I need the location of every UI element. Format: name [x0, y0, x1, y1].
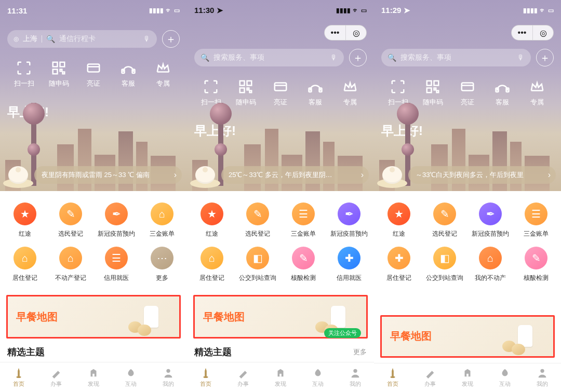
service-item[interactable]: ☰信用就医 — [94, 242, 139, 287]
search-box[interactable]: ◎ 上海 🔍 通信行程卡 🎙 — [7, 30, 157, 48]
tab-home[interactable]: 首页 — [0, 362, 37, 392]
service-item[interactable]: ◧公交到站查询 — [235, 242, 280, 287]
service-item[interactable]: ✒新冠疫苗预约 — [94, 198, 139, 242]
service-item[interactable]: ✒新冠疫苗预约 — [468, 198, 513, 242]
quick-action-qrcode[interactable]: 随申码 — [44, 61, 73, 88]
search-box[interactable]: 🔍 搜索服务、事项 🎙 — [194, 49, 344, 66]
quick-action-scan[interactable]: 扫一扫 — [196, 80, 225, 107]
breakfast-map-banner[interactable]: 早餐地图 — [6, 295, 181, 339]
quick-action-qrcode[interactable]: 随申码 — [231, 80, 260, 107]
capsule-menu-button[interactable]: ••• — [512, 25, 532, 40]
service-icon: ⌂ — [151, 202, 173, 225]
capsule-close-button[interactable]: ◎ — [532, 25, 553, 40]
service-label: 我的不动产 — [475, 274, 506, 282]
tab-interact[interactable]: 互动 — [112, 362, 150, 392]
quick-action-scan[interactable]: 扫一扫 — [9, 61, 38, 88]
quick-action-label: 随申码 — [236, 98, 256, 107]
search-row: ◎ 上海 🔍 通信行程卡 🎙 ＋ — [7, 30, 180, 48]
service-item[interactable]: ✎选民登记 — [422, 198, 468, 242]
service-icon: ✒ — [105, 202, 128, 225]
service-item[interactable]: ★红途 — [2, 198, 48, 242]
service-item[interactable]: ⌂居住登记 — [2, 242, 48, 287]
quick-action-crown[interactable]: 专属 — [149, 61, 178, 88]
service-item[interactable]: ⌂居住登记 — [189, 242, 235, 287]
svg-rect-21 — [434, 81, 439, 86]
tab-affairs[interactable]: 办事 — [411, 363, 449, 392]
service-label: 红途 — [393, 229, 405, 238]
svg-rect-20 — [427, 81, 432, 86]
quick-action-service[interactable]: 客服 — [488, 80, 517, 107]
tab-mine[interactable]: 我的 — [150, 362, 187, 392]
service-label: 信用就医 — [337, 274, 362, 282]
voice-icon[interactable]: 🎙 — [330, 53, 338, 62]
battery-icon: ▭ — [361, 7, 367, 14]
tab-discover[interactable]: 发现 — [75, 362, 112, 392]
capsule-close-button[interactable]: ◎ — [345, 25, 366, 40]
service-item[interactable]: ✎核酸检测 — [513, 242, 559, 287]
add-button[interactable]: ＋ — [536, 49, 554, 66]
service-label: 不动产登记 — [55, 274, 86, 282]
weather-bar[interactable]: ～33℃白天到夜间多云，午后到夜里 › — [374, 160, 561, 188]
quick-action-service[interactable]: 客服 — [114, 61, 143, 88]
tab-bar: 首页办事发现互动我的 — [374, 363, 561, 392]
service-item[interactable]: ⌂我的不动产 — [468, 242, 513, 287]
services-grid: ★红途✎选民登记✒新冠疫苗预约☰三金账单 ✚居住登记◧公交到站查询⌂我的不动产✎… — [374, 191, 561, 292]
weather-bar[interactable]: 25℃～33℃ 多云，午后到夜里阴… › — [187, 160, 374, 188]
service-icon: ✎ — [292, 247, 315, 269]
tab-discover[interactable]: 发现 — [449, 363, 486, 392]
quick-action-scan[interactable]: 扫一扫 — [383, 80, 412, 107]
hero-area: 11:31 ▮▮▮▮ ᯤ ▭ ◎ 上海 🔍 通信行程卡 🎙 ＋ 扫一扫随申码亮证… — [0, 0, 187, 191]
capsule-menu-button[interactable]: ••• — [325, 25, 345, 40]
voice-icon[interactable]: 🎙 — [517, 53, 525, 62]
quick-action-qrcode[interactable]: 随申码 — [418, 80, 447, 107]
tab-affairs[interactable]: 办事 — [37, 362, 75, 392]
service-item[interactable]: ☰三金账单 — [280, 198, 326, 242]
service-item[interactable]: ✎选民登记 — [235, 198, 280, 242]
service-item[interactable]: ✚信用就医 — [326, 242, 372, 287]
quick-action-service[interactable]: 客服 — [301, 80, 330, 107]
quick-action-card[interactable]: 亮证 — [453, 80, 482, 107]
tab-affairs[interactable]: 办事 — [224, 362, 262, 392]
weather-pill[interactable]: ～33℃白天到夜间多云，午后到夜里 › — [408, 166, 556, 184]
tab-mine[interactable]: 我的 — [524, 363, 561, 392]
weather-pill[interactable]: 夜里阴有阵雨或雷雨 25～33 ℃ 偏南 › — [34, 166, 182, 184]
quick-action-card[interactable]: 亮证 — [266, 80, 295, 107]
quick-action-crown[interactable]: 专属 — [336, 80, 365, 107]
service-item[interactable]: ✎核酸检测 — [280, 242, 326, 287]
service-item[interactable]: ★红途 — [189, 198, 235, 242]
service-item[interactable]: ★红途 — [376, 198, 422, 242]
service-item[interactable]: ✚居住登记 — [376, 242, 422, 287]
service-item[interactable]: ☰三金账单 — [513, 198, 559, 242]
weather-bar[interactable]: 夜里阴有阵雨或雷雨 25～33 ℃ 偏南 › — [0, 160, 187, 188]
tab-label: 互动 — [125, 380, 137, 388]
service-label: 核酸检测 — [291, 274, 316, 282]
service-label: 三金账单 — [291, 229, 316, 238]
service-item[interactable]: ⌂不动产登记 — [48, 242, 94, 287]
tab-interact[interactable]: 互动 — [486, 363, 524, 392]
quick-action-card[interactable]: 亮证 — [79, 61, 108, 88]
service-item[interactable]: ✒新冠疫苗预约 — [326, 198, 372, 242]
svg-rect-24 — [437, 91, 439, 93]
svg-point-9 — [166, 369, 170, 372]
service-item[interactable]: ⋯更多 — [139, 242, 185, 287]
follow-badge[interactable]: 关注公众号 — [324, 328, 361, 338]
service-item[interactable]: ✎选民登记 — [48, 198, 94, 242]
add-button[interactable]: ＋ — [349, 49, 367, 66]
tab-discover-icon — [88, 367, 99, 379]
service-item[interactable]: ◧公交到站查询 — [422, 242, 468, 287]
search-box[interactable]: 🔍 搜索服务、事项 🎙 — [381, 49, 531, 66]
tab-home[interactable]: 首页 — [187, 362, 224, 392]
voice-icon[interactable]: 🎙 — [143, 35, 151, 43]
breakfast-map-banner[interactable]: 早餐地图 — [380, 315, 555, 358]
service-item[interactable]: ⌂三金账单 — [139, 198, 185, 242]
add-button[interactable]: ＋ — [162, 30, 180, 48]
weather-pill[interactable]: 25℃～33℃ 多云，午后到夜里阴… › — [221, 166, 369, 184]
breakfast-map-banner[interactable]: 早餐地图 关注公众号 — [193, 295, 368, 339]
banner-title: 早餐地图 — [16, 310, 58, 324]
section-more-link[interactable]: 更多 — [353, 347, 367, 357]
tab-interact[interactable]: 互动 — [299, 362, 337, 392]
tab-home[interactable]: 首页 — [374, 363, 411, 392]
tab-mine[interactable]: 我的 — [337, 362, 374, 392]
quick-action-crown[interactable]: 专属 — [523, 80, 552, 107]
tab-discover[interactable]: 发现 — [262, 362, 299, 392]
